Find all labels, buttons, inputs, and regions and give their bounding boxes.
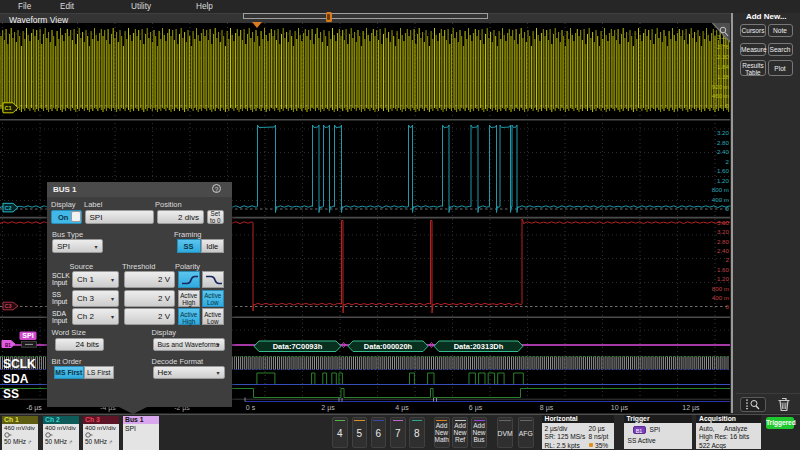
svg-text:Data:000020h: Data:000020h: [364, 342, 413, 351]
svg-text:400 m: 400 m: [712, 196, 729, 203]
svg-text:1.84: 1.84: [717, 63, 730, 70]
svg-text:C1: C1: [4, 105, 11, 111]
svg-text:0: 0: [726, 102, 730, 109]
svg-text:-6 µs: -6 µs: [26, 404, 42, 412]
svg-text:2.40: 2.40: [717, 247, 730, 254]
svg-text:8 µs: 8 µs: [540, 404, 554, 412]
svg-text:1.20: 1.20: [717, 177, 730, 184]
svg-text:1.60: 1.60: [717, 167, 730, 174]
svg-text:400 m: 400 m: [712, 294, 729, 301]
svg-text:B1: B1: [5, 343, 11, 348]
svg-text:2.30: 2.30: [717, 53, 730, 60]
svg-text:3.20: 3.20: [717, 228, 730, 235]
svg-text:12 µs: 12 µs: [682, 404, 700, 412]
svg-text:3.20: 3.20: [717, 129, 730, 136]
svg-text:2.76: 2.76: [717, 43, 730, 50]
svg-text:1.60: 1.60: [717, 266, 730, 273]
svg-text:2 µs: 2 µs: [321, 404, 335, 412]
svg-text:Data:7C0093h: Data:7C0093h: [273, 342, 323, 351]
svg-text:800 m: 800 m: [712, 285, 729, 292]
svg-text:SS: SS: [3, 387, 19, 401]
svg-text:1.38: 1.38: [717, 73, 730, 80]
svg-text:4 µs: 4 µs: [395, 404, 409, 412]
svg-text:C2: C2: [4, 205, 11, 211]
svg-text:1.20: 1.20: [717, 275, 730, 282]
svg-text:3.60: 3.60: [717, 219, 730, 226]
svg-text:0: 0: [726, 205, 730, 212]
svg-text:2: 2: [726, 256, 730, 263]
svg-text:SCLK: SCLK: [3, 357, 36, 371]
svg-text:10 µs: 10 µs: [611, 404, 629, 412]
svg-text:Data:20313Dh: Data:20313Dh: [454, 342, 504, 351]
svg-text:6 µs: 6 µs: [469, 404, 483, 412]
svg-text:2: 2: [726, 158, 730, 165]
svg-text:0 s: 0 s: [246, 404, 256, 411]
svg-text:SPI: SPI: [22, 332, 33, 339]
svg-text:0: 0: [726, 303, 730, 310]
svg-text:800 m: 800 m: [712, 186, 729, 193]
svg-text:460 m: 460 m: [712, 92, 729, 99]
svg-text:C3: C3: [4, 303, 11, 309]
svg-text:2.40: 2.40: [717, 148, 730, 155]
svg-text:920 m: 920 m: [712, 83, 729, 90]
svg-text:2.80: 2.80: [717, 139, 730, 146]
svg-text:2.80: 2.80: [717, 238, 730, 245]
svg-text:SDA: SDA: [3, 372, 29, 386]
